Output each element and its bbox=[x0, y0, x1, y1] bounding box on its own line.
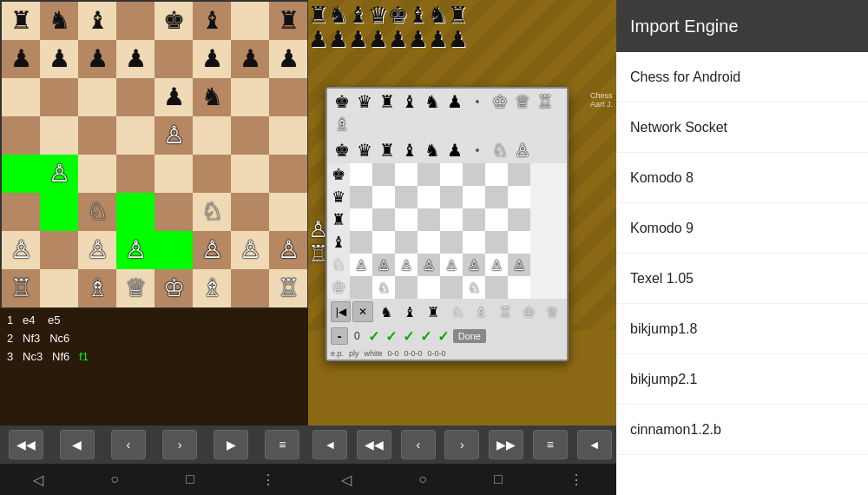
left-cell-r6-c4[interactable] bbox=[155, 231, 193, 269]
ctrl-white-knight[interactable]: ♘ bbox=[446, 300, 468, 323]
left-cell-r3-c6[interactable] bbox=[231, 116, 269, 155]
left-cell-r7-c5[interactable]: ♗ bbox=[193, 269, 231, 307]
left-cell-r7-c6[interactable] bbox=[231, 269, 269, 307]
dialog-check2[interactable]: ✓ bbox=[384, 328, 398, 345]
left-cell-r4-c4[interactable] bbox=[155, 155, 193, 193]
android-recents-mid[interactable]: □ bbox=[494, 472, 503, 487]
left-cell-r5-c0[interactable] bbox=[2, 193, 40, 231]
left-cell-r5-c6[interactable] bbox=[231, 193, 269, 231]
left-cell-r2-c2[interactable] bbox=[78, 78, 116, 116]
left-cell-r7-c3[interactable]: ♕ bbox=[116, 269, 155, 307]
left-cell-r2-c1[interactable] bbox=[40, 78, 78, 116]
ctrl-black-rook[interactable]: ♜ bbox=[423, 300, 444, 323]
left-cell-r1-c4[interactable] bbox=[155, 40, 193, 78]
side-white-king[interactable]: ♔ bbox=[327, 276, 350, 299]
dialog-black-rook2[interactable]: ♜ bbox=[376, 139, 398, 162]
dialog-check3[interactable]: ✓ bbox=[401, 328, 416, 345]
left-cell-r4-c0[interactable] bbox=[2, 155, 40, 193]
dialog-check1[interactable]: ✓ bbox=[366, 328, 381, 345]
left-cell-r0-c6[interactable] bbox=[231, 2, 269, 40]
left-cell-r0-c0[interactable]: ♜ bbox=[2, 2, 40, 40]
nav-first-left[interactable]: ◀◀ bbox=[9, 430, 43, 459]
left-cell-r7-c7[interactable]: ♖ bbox=[269, 269, 307, 307]
left-cell-r6-c7[interactable]: ♙ bbox=[269, 231, 307, 269]
left-cell-r0-c4[interactable]: ♚ bbox=[155, 2, 193, 40]
left-cell-r1-c5[interactable]: ♟ bbox=[193, 40, 231, 78]
left-cell-r0-c3[interactable] bbox=[116, 2, 155, 40]
nav-next-left[interactable]: ▶ bbox=[214, 430, 248, 459]
left-cell-r2-c4[interactable]: ♟ bbox=[155, 78, 193, 116]
left-cell-r3-c3[interactable] bbox=[116, 116, 155, 155]
left-cell-r3-c2[interactable] bbox=[78, 116, 116, 155]
left-cell-r6-c6[interactable]: ♙ bbox=[231, 231, 269, 269]
left-cell-r5-c7[interactable] bbox=[269, 193, 307, 231]
menu-item-komodo8[interactable]: Komodo 8 bbox=[616, 153, 868, 203]
left-cell-r5-c4[interactable] bbox=[155, 193, 193, 231]
left-cell-r1-c1[interactable]: ♟ bbox=[40, 40, 78, 78]
left-cell-r5-c5[interactable]: ♘ bbox=[193, 193, 231, 231]
side-black-rook[interactable]: ♜ bbox=[327, 208, 350, 231]
dialog-white-pawn2[interactable]: ♙ bbox=[511, 139, 534, 162]
android-menu-mid[interactable]: ⋮ bbox=[569, 472, 583, 488]
left-cell-r2-c0[interactable] bbox=[2, 78, 40, 116]
left-cell-r2-c3[interactable] bbox=[116, 78, 155, 116]
menu-item-texel[interactable]: Texel 1.05 bbox=[616, 254, 868, 304]
left-cell-r6-c1[interactable] bbox=[40, 231, 78, 269]
left-cell-r3-c0[interactable] bbox=[2, 116, 40, 155]
dialog-black-pawn2[interactable]: ♟ bbox=[444, 139, 466, 162]
android-home-mid[interactable]: ○ bbox=[418, 472, 427, 487]
nav-prev-left[interactable]: ◀ bbox=[60, 430, 95, 459]
dialog-white-rook[interactable]: ♖ bbox=[534, 90, 556, 113]
left-cell-r4-c7[interactable] bbox=[269, 155, 307, 193]
dialog-black-knight[interactable]: ♞ bbox=[421, 90, 444, 113]
nav-prev-mid[interactable]: ◀◀ bbox=[357, 430, 391, 459]
dialog-black-pawn[interactable]: ♟ bbox=[444, 90, 466, 113]
left-cell-r5-c1[interactable] bbox=[40, 193, 78, 231]
left-cell-r0-c1[interactable]: ♞ bbox=[40, 2, 78, 40]
dialog-check5[interactable]: ✓ bbox=[436, 328, 450, 345]
android-recents-left[interactable]: □ bbox=[186, 472, 194, 487]
left-cell-r3-c4[interactable]: ♙ bbox=[155, 116, 193, 155]
left-cell-r3-c1[interactable] bbox=[40, 116, 78, 155]
dialog-black-king[interactable]: ♚ bbox=[331, 90, 353, 113]
left-cell-r7-c2[interactable]: ♗ bbox=[78, 269, 116, 307]
left-cell-r1-c0[interactable]: ♟ bbox=[2, 40, 40, 78]
android-back-mid[interactable]: ◁ bbox=[341, 472, 352, 488]
ctrl-white-bishop[interactable]: ♗ bbox=[470, 300, 491, 323]
left-cell-r1-c3[interactable]: ♟ bbox=[116, 40, 155, 78]
dialog-black-knight2[interactable]: ♞ bbox=[421, 139, 444, 162]
nav-fwd-mid[interactable]: › bbox=[444, 430, 479, 459]
dialog-white-bishop[interactable]: ♗ bbox=[331, 113, 353, 135]
nav-extra-mid[interactable]: ◄ bbox=[577, 430, 612, 459]
dialog-close-btn[interactable]: ✕ bbox=[352, 301, 372, 322]
android-back-left[interactable]: ◁ bbox=[33, 472, 43, 488]
dialog-black-king2[interactable]: ♚ bbox=[331, 139, 353, 162]
menu-item-bikjump18[interactable]: bikjump1.8 bbox=[616, 304, 868, 354]
dialog-black-bishop2[interactable]: ♝ bbox=[398, 139, 421, 162]
left-cell-r6-c5[interactable]: ♙ bbox=[193, 231, 231, 269]
ctrl-black-bishop[interactable]: ♝ bbox=[398, 300, 420, 323]
side-white-knight[interactable]: ♘ bbox=[327, 254, 350, 276]
dialog-minus-btn[interactable]: - bbox=[331, 327, 348, 345]
android-menu-left[interactable]: ⋮ bbox=[261, 472, 275, 488]
dialog-white-queen[interactable]: ♕ bbox=[511, 90, 534, 113]
ctrl-white-queen[interactable]: ♕ bbox=[542, 300, 563, 323]
side-black-queen[interactable]: ♛ bbox=[327, 186, 350, 208]
left-cell-r6-c3[interactable]: ♙ bbox=[116, 231, 155, 269]
left-cell-r1-c7[interactable]: ♟ bbox=[269, 40, 307, 78]
nav-fwd-left[interactable]: › bbox=[162, 430, 197, 459]
left-cell-r7-c4[interactable]: ♔ bbox=[155, 269, 193, 307]
left-cell-r6-c0[interactable]: ♙ bbox=[2, 231, 40, 269]
left-cell-r4-c3[interactable] bbox=[116, 155, 155, 193]
left-cell-r1-c6[interactable]: ♟ bbox=[231, 40, 269, 78]
menu-item-cinnamon[interactable]: cinnamon1.2.b bbox=[616, 405, 868, 455]
left-cell-r4-c6[interactable] bbox=[231, 155, 269, 193]
menu-item-bikjump21[interactable]: bikjump2.1 bbox=[616, 354, 868, 405]
left-cell-r4-c5[interactable] bbox=[193, 155, 231, 193]
left-cell-r0-c7[interactable]: ♜ bbox=[269, 2, 307, 40]
nav-next-mid[interactable]: ▶▶ bbox=[489, 430, 523, 459]
nav-menu-left[interactable]: ≡ bbox=[265, 430, 299, 459]
left-cell-r5-c3[interactable] bbox=[116, 193, 155, 231]
dialog-done-btn[interactable]: Done bbox=[453, 329, 486, 343]
ctrl-white-rook[interactable]: ♖ bbox=[494, 300, 516, 323]
